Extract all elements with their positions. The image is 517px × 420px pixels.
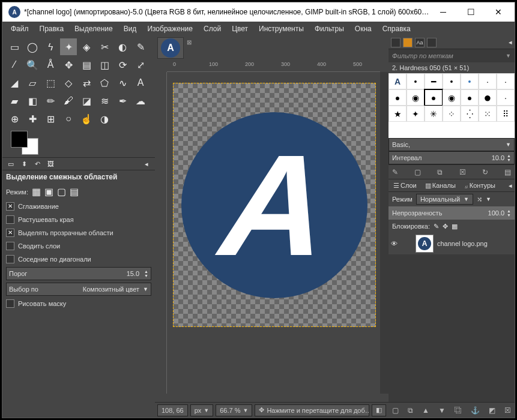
merge-layer-icon[interactable]: ⚓ bbox=[471, 406, 480, 415]
blur-tool[interactable]: ○ bbox=[60, 110, 77, 127]
brush-item[interactable]: ━ bbox=[425, 73, 443, 89]
ink-tool[interactable]: ✒ bbox=[114, 92, 131, 109]
new-brush-icon[interactable]: ▢ bbox=[414, 168, 421, 176]
mode-replace-icon[interactable]: ▦ bbox=[32, 186, 41, 197]
brush-item[interactable]: ✦ bbox=[407, 106, 425, 122]
pencil-tool[interactable]: ✏ bbox=[42, 92, 59, 109]
nav-button[interactable]: ◧ bbox=[372, 404, 386, 416]
measure-tool[interactable]: Å bbox=[42, 56, 59, 73]
warp-tool[interactable]: ∿ bbox=[114, 74, 131, 91]
brush-item[interactable]: ⁛ bbox=[461, 106, 479, 122]
step-down-icon[interactable]: ▼ bbox=[144, 274, 148, 278]
menu-filters[interactable]: Фильтры bbox=[310, 23, 349, 35]
layer-mode-dropdown[interactable]: Нормальный▼ bbox=[416, 194, 473, 205]
checkbox-checked-icon[interactable]: ✕ bbox=[6, 229, 14, 237]
canvas[interactable]: A bbox=[167, 72, 380, 402]
checkbox-icon[interactable] bbox=[6, 299, 14, 308]
new-layer-icon[interactable]: ▢ bbox=[392, 406, 399, 415]
step-up-icon[interactable]: ▲ bbox=[144, 269, 148, 274]
feather-option[interactable]: Растушевать края bbox=[6, 214, 151, 225]
smudge-tool[interactable]: ☝ bbox=[78, 110, 95, 127]
brush-item[interactable]: · bbox=[479, 73, 497, 89]
brush-item[interactable]: · bbox=[497, 73, 515, 89]
checkbox-icon[interactable] bbox=[6, 255, 14, 263]
menu-edit[interactable]: Правка bbox=[35, 23, 69, 35]
image-tab[interactable]: A ⊠ bbox=[157, 37, 184, 59]
gradient-tool[interactable]: ◧ bbox=[24, 92, 41, 109]
antialias-option[interactable]: ✕ Сглаживание bbox=[6, 201, 151, 212]
layer-name[interactable]: channel logo.png bbox=[437, 240, 488, 247]
mode-subtract-icon[interactable]: ▢ bbox=[57, 186, 66, 197]
menu-windows[interactable]: Окна bbox=[350, 23, 376, 35]
close-tab-icon[interactable]: ⊠ bbox=[187, 39, 192, 46]
refresh-brush-icon[interactable]: ↻ bbox=[482, 168, 488, 176]
dock-menu-icon[interactable]: ◂ bbox=[141, 158, 153, 169]
shear-tool[interactable]: ◢ bbox=[6, 74, 23, 91]
image-content[interactable]: A bbox=[173, 83, 376, 327]
brush-item[interactable]: A bbox=[389, 73, 407, 89]
brush-filter[interactable]: Фильтр по меткам ▼ bbox=[389, 49, 515, 62]
brush-preset-dropdown[interactable]: Basic, ▼ bbox=[389, 138, 515, 151]
by-color-select-tool[interactable]: ◈ bbox=[78, 38, 95, 55]
selectby-dropdown[interactable]: Выбор по Композитный цвет ▼ bbox=[6, 283, 151, 296]
edit-brush-icon[interactable]: ✎ bbox=[392, 168, 398, 176]
brush-item[interactable]: ◉ bbox=[443, 89, 461, 106]
mode-intersect-icon[interactable]: ▤ bbox=[70, 186, 79, 197]
text-tool[interactable]: A bbox=[132, 74, 149, 91]
zoom-dropdown[interactable]: 66.7 %▼ bbox=[216, 404, 252, 416]
brush-item[interactable]: ⠿ bbox=[497, 106, 515, 122]
tab-patterns[interactable] bbox=[403, 38, 413, 47]
menu-image[interactable]: Изображение bbox=[142, 23, 198, 35]
vertical-scrollbar[interactable] bbox=[380, 72, 389, 394]
tab-images[interactable]: 🖼 bbox=[44, 158, 56, 169]
menu-view[interactable]: Вид bbox=[119, 23, 142, 35]
tab-history[interactable] bbox=[427, 38, 437, 47]
mode-toggle-icon[interactable]: ⤭ bbox=[477, 196, 482, 203]
tab-channels[interactable]: ▥ Каналы bbox=[423, 181, 458, 191]
brush-item-selected[interactable]: ● bbox=[425, 89, 443, 106]
color-picker-tool[interactable]: ⁄ bbox=[6, 56, 23, 73]
brush-item[interactable]: ⁙ bbox=[479, 106, 497, 122]
brush-item[interactable]: ✳ bbox=[425, 106, 443, 122]
scale-tool[interactable]: ⤢ bbox=[132, 56, 149, 73]
scissors-tool[interactable]: ✂ bbox=[96, 38, 113, 55]
chevron-down-icon[interactable]: ▼ bbox=[486, 196, 491, 202]
duplicate-layer-icon[interactable]: ⿻ bbox=[455, 406, 462, 415]
heal-tool[interactable]: ✚ bbox=[24, 110, 41, 127]
merge-option[interactable]: Сводить слои bbox=[6, 241, 151, 251]
unit-dropdown[interactable]: px▼ bbox=[190, 404, 214, 416]
crop-tool[interactable]: ◫ bbox=[96, 56, 113, 73]
brush-item[interactable]: • bbox=[407, 73, 425, 89]
bucket-tool[interactable]: ▰ bbox=[6, 92, 23, 109]
transparent-option[interactable]: ✕ Выделять прозрачные области bbox=[6, 227, 151, 238]
lock-move-icon[interactable]: ✥ bbox=[443, 223, 448, 230]
cage-tool[interactable]: ⬠ bbox=[96, 74, 113, 91]
ellipse-select-tool[interactable]: ◯ bbox=[24, 38, 41, 55]
mask-layer-icon[interactable]: ◩ bbox=[489, 406, 495, 415]
brush-item[interactable]: • bbox=[461, 73, 479, 89]
foreground-select-tool[interactable]: ◐ bbox=[114, 38, 131, 55]
brush-item[interactable]: ⁘ bbox=[443, 106, 461, 122]
new-group-icon[interactable]: ⧉ bbox=[408, 406, 413, 415]
tab-brushes[interactable] bbox=[391, 38, 401, 47]
raise-layer-icon[interactable]: ▲ bbox=[422, 406, 429, 415]
close-button[interactable]: ✕ bbox=[485, 2, 512, 22]
threshold-slider[interactable]: Порог 15.0 ▲▼ bbox=[6, 267, 151, 280]
tab-device[interactable]: ⬍ bbox=[18, 158, 30, 169]
move-tool[interactable]: ✥ bbox=[60, 56, 77, 73]
brush-item[interactable]: ★ bbox=[389, 106, 407, 122]
drawmask-option[interactable]: Рисовать маску bbox=[6, 298, 151, 309]
dock-menu-icon[interactable]: ◂ bbox=[509, 182, 512, 190]
layer-item[interactable]: 👁 A channel logo.png bbox=[389, 233, 515, 254]
lower-layer-icon[interactable]: ▼ bbox=[438, 406, 446, 415]
flip-tool[interactable]: ⇄ bbox=[78, 74, 95, 91]
lock-alpha-icon[interactable]: ▩ bbox=[452, 223, 458, 230]
brush-item[interactable]: ● bbox=[479, 89, 497, 106]
brush-tool[interactable]: 🖌 bbox=[60, 92, 77, 109]
brush-item[interactable]: ● bbox=[389, 89, 407, 106]
menu-color[interactable]: Цвет bbox=[227, 23, 253, 35]
brush-item[interactable]: ◉ bbox=[407, 89, 425, 106]
menu-help[interactable]: Справка bbox=[378, 23, 416, 35]
checkbox-icon[interactable] bbox=[6, 215, 14, 224]
rect-select-tool[interactable]: ▭ bbox=[6, 38, 23, 55]
